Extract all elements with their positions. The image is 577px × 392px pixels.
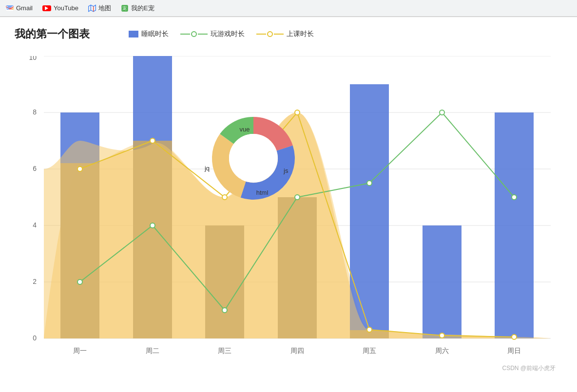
youtube-label: YouTube — [54, 4, 78, 12]
svg-point-39 — [77, 167, 82, 171]
svg-point-32 — [77, 280, 82, 284]
legend-game: 玩游戏时长 — [180, 30, 245, 38]
svg-rect-26 — [495, 112, 534, 338]
svg-text:周二: 周二 — [146, 347, 159, 355]
svg-point-35 — [295, 195, 300, 200]
map-icon — [88, 4, 96, 12]
svg-text:10: 10 — [29, 56, 37, 61]
svg-text:js: js — [283, 167, 288, 174]
svg-point-45 — [512, 335, 517, 339]
svg-text:vue: vue — [240, 126, 250, 133]
svg-text:周五: 周五 — [363, 347, 376, 355]
svg-text:0: 0 — [33, 334, 37, 342]
svg-point-40 — [150, 138, 155, 143]
pet-label: 我的E宠 — [131, 4, 154, 13]
main-content: 我的第一个图表 睡眠时长 玩游戏时长 上课时长 — [0, 17, 577, 387]
svg-text:周四: 周四 — [290, 347, 304, 355]
pet-tab[interactable]: 宠 我的E宠 — [121, 4, 154, 13]
main-chart-svg: 0 2 4 6 8 10 — [15, 56, 560, 373]
gmail-tab[interactable]: Gmail Gmail — [6, 4, 33, 12]
legend-sleep: 睡眠时长 — [129, 30, 169, 38]
svg-text:jq: jq — [204, 165, 210, 172]
browser-bar: Gmail Gmail YouTube 地图 宠 我的E宠 — [0, 0, 577, 17]
legend-class-line2 — [274, 34, 284, 35]
legend-class-line — [256, 34, 266, 35]
svg-point-37 — [440, 110, 444, 115]
legend-game-circle — [191, 31, 197, 37]
legend-class-icon — [256, 31, 284, 37]
legend-class: 上课时长 — [256, 30, 314, 38]
gmail-label: Gmail — [16, 4, 33, 12]
svg-point-53 — [229, 134, 278, 183]
svg-point-44 — [440, 333, 444, 338]
svg-marker-2 — [89, 5, 96, 11]
svg-text:周六: 周六 — [435, 347, 449, 355]
legend-game-line2 — [198, 34, 208, 35]
legend-game-label: 玩游戏时长 — [211, 30, 245, 38]
legend-class-circle — [267, 31, 273, 37]
youtube-icon — [42, 5, 51, 11]
chart-area: 0 2 4 6 8 10 — [15, 56, 560, 377]
header-row: 我的第一个图表 睡眠时长 玩游戏时长 上课时长 — [15, 27, 562, 41]
svg-point-34 — [222, 308, 227, 313]
svg-text:周一: 周一 — [73, 347, 87, 355]
svg-point-36 — [367, 181, 372, 186]
legend: 睡眠时长 玩游戏时长 上课时长 — [129, 30, 314, 38]
svg-text:Gmail: Gmail — [6, 6, 14, 11]
map-label: 地图 — [98, 4, 111, 13]
svg-text:6: 6 — [33, 165, 37, 172]
svg-text:4: 4 — [33, 221, 37, 229]
watermark: CSDN @前端小虎牙 — [502, 365, 556, 372]
gmail-icon: Gmail — [6, 5, 14, 11]
svg-point-38 — [512, 195, 517, 200]
svg-text:宠: 宠 — [122, 6, 127, 11]
svg-rect-24 — [350, 84, 389, 338]
svg-text:周三: 周三 — [218, 347, 231, 355]
legend-sleep-color — [129, 31, 138, 37]
legend-game-line — [180, 34, 190, 35]
svg-rect-25 — [423, 225, 462, 338]
legend-sleep-label: 睡眠时长 — [141, 30, 169, 38]
youtube-tab[interactable]: YouTube — [42, 4, 78, 12]
map-tab[interactable]: 地图 — [88, 4, 111, 13]
svg-text:周日: 周日 — [507, 347, 521, 355]
chart-title: 我的第一个图表 — [15, 27, 90, 41]
svg-text:2: 2 — [33, 278, 37, 285]
svg-text:html: html — [256, 189, 269, 196]
svg-point-33 — [150, 223, 155, 228]
svg-point-41 — [222, 195, 227, 200]
legend-game-icon — [180, 31, 208, 37]
pet-icon: 宠 — [121, 4, 129, 12]
svg-point-42 — [295, 110, 300, 115]
svg-text:8: 8 — [33, 108, 37, 116]
legend-class-label: 上课时长 — [287, 30, 314, 38]
svg-point-43 — [367, 327, 372, 332]
